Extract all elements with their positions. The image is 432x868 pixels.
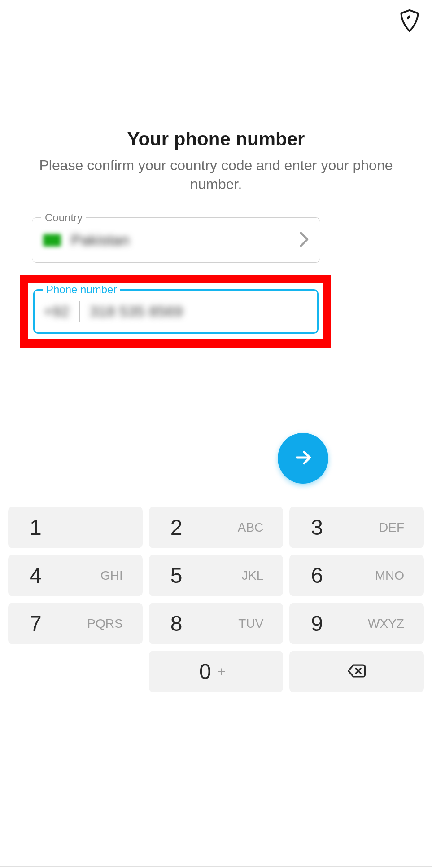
key-digit: 2 (170, 515, 183, 540)
key-digit: 0 (199, 659, 211, 684)
key-digit: 1 (30, 515, 42, 540)
key-6[interactable]: 6 MNO (289, 555, 424, 596)
key-letters: JKL (242, 568, 263, 583)
phone-label: Phone number (43, 283, 120, 296)
key-digit: 9 (311, 611, 323, 636)
arrow-right-icon (293, 448, 313, 469)
key-letters: PQRS (87, 617, 122, 631)
key-letters: GHI (100, 568, 123, 583)
phone-number-value: 318 535 8569 (80, 303, 183, 320)
country-name: Pakistan (71, 231, 299, 249)
key-5[interactable]: 5 JKL (149, 555, 284, 596)
numeric-keypad: 1 2 ABC 3 DEF 4 GHI 5 JKL 6 MNO 7 PQRS 8… (8, 507, 424, 692)
key-8[interactable]: 8 TUV (149, 603, 284, 644)
country-code-value: +92 (44, 303, 79, 320)
key-2[interactable]: 2 ABC (149, 507, 284, 548)
key-digit: 5 (170, 563, 183, 588)
key-letters: MNO (375, 568, 404, 583)
key-9[interactable]: 9 WXYZ (289, 603, 424, 644)
page-title: Your phone number (0, 128, 432, 150)
key-digit: 6 (311, 563, 323, 588)
next-button[interactable] (278, 433, 328, 484)
key-letters: + (218, 664, 226, 679)
key-1[interactable]: 1 (8, 507, 143, 548)
chevron-right-icon (299, 231, 309, 249)
key-digit: 8 (170, 611, 183, 636)
key-0[interactable]: 0 + (149, 651, 284, 692)
key-digit: 7 (30, 611, 42, 636)
key-3[interactable]: 3 DEF (289, 507, 424, 548)
key-digit: 3 (311, 515, 323, 540)
country-selector[interactable]: Country Pakistan (32, 217, 320, 263)
bottom-divider (0, 866, 432, 867)
key-backspace[interactable] (289, 651, 424, 692)
backspace-icon (347, 661, 367, 683)
key-letters: TUV (238, 617, 263, 631)
key-digit: 4 (30, 563, 42, 588)
country-label: Country (41, 211, 86, 224)
key-empty (8, 651, 143, 692)
phone-number-input[interactable]: Phone number +92 318 535 8569 (33, 289, 319, 334)
key-letters: WXYZ (368, 617, 404, 631)
shield-icon[interactable] (397, 27, 422, 35)
key-letters: ABC (238, 520, 264, 535)
key-7[interactable]: 7 PQRS (8, 603, 143, 644)
key-letters: DEF (379, 520, 404, 535)
key-4[interactable]: 4 GHI (8, 555, 143, 596)
page-subtitle: Please confirm your country code and ent… (0, 156, 432, 194)
country-flag-icon (43, 234, 61, 247)
